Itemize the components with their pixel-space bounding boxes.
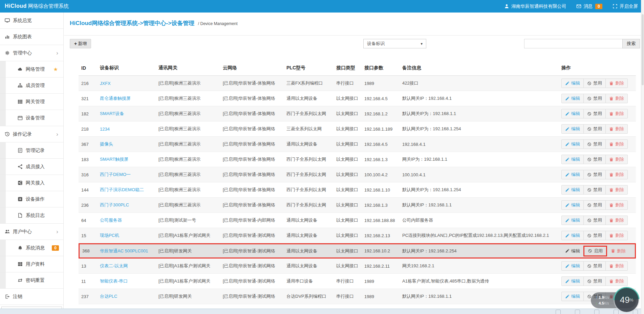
edit-button[interactable]: 编辑 (562, 155, 583, 164)
taskbar-icon[interactable] (594, 310, 599, 314)
device-link[interactable]: 西门子300PLC (100, 202, 129, 207)
delete-button[interactable]: 删除 (605, 79, 627, 88)
disable-button[interactable]: 禁用 (583, 155, 605, 164)
delete-button[interactable]: 删除 (605, 185, 627, 194)
sidebar-item-14[interactable]: 系统消息0 (0, 240, 63, 256)
search-button[interactable]: 搜索 (622, 39, 640, 48)
disable-button[interactable]: 禁用 (583, 231, 605, 240)
edit-button[interactable]: 编辑 (562, 292, 583, 301)
pencil-icon (565, 157, 570, 162)
edit-button[interactable]: 编辑 (562, 277, 583, 286)
sidebar-item-17[interactable]: 注销 (0, 289, 63, 305)
disable-button[interactable]: 禁用 (583, 170, 605, 179)
sidebar-item-12[interactable]: 系统日志 (0, 207, 63, 224)
disable-button[interactable]: 禁用 (583, 79, 605, 88)
delete-button[interactable]: 删除 (605, 216, 627, 225)
device-link[interactable]: SMART触摸屏 (100, 157, 128, 162)
edit-button[interactable]: 编辑 (562, 94, 583, 103)
sidebar-item-11[interactable]: 设备操作 (0, 191, 63, 207)
delete-button[interactable]: 删除 (605, 94, 627, 103)
delete-button[interactable]: 删除 (605, 277, 627, 286)
search-input[interactable] (524, 39, 622, 48)
delete-button[interactable]: 删除 (607, 247, 629, 255)
vertical-scrollbar[interactable] (641, 0, 644, 314)
sidebar-item-1[interactable]: 系统图表 (0, 29, 63, 45)
sidebar-item-3[interactable]: 网络管理★ (0, 61, 63, 77)
edit-button[interactable]: 编辑 (562, 140, 583, 149)
disable-button[interactable]: 禁用 (583, 125, 605, 133)
edit-button[interactable]: 编辑 (562, 231, 583, 240)
fullscreen-button[interactable]: 开启全屏 (613, 3, 638, 9)
download-arrow-icon: ↓ (596, 301, 598, 305)
table-row: 183SMART触摸屏[已启用]株洲三菱演示[已启用]华辰智通-体验网络西门子全… (79, 152, 636, 167)
sidebar-item-9[interactable]: 成员接入 (0, 159, 63, 175)
disable-button[interactable]: 禁用 (583, 140, 605, 149)
device-link[interactable]: SMART设备 (100, 111, 124, 116)
device-link[interactable]: 1234 (100, 127, 110, 132)
disable-button[interactable]: 禁用 (583, 201, 605, 209)
enable-button[interactable]: 启用 (583, 246, 607, 256)
device-link[interactable]: 现场PC机 (100, 233, 119, 238)
delete-button[interactable]: 删除 (605, 170, 627, 179)
taskbar-icon[interactable] (556, 310, 561, 314)
device-link[interactable]: 昆仑通泰触摸屏 (100, 96, 131, 101)
device-link[interactable]: 公司服务器 (100, 218, 122, 223)
edit-button[interactable]: 编辑 (562, 201, 583, 209)
disable-button[interactable]: 禁用 (583, 262, 605, 270)
add-device-button[interactable]: + 新增 (70, 39, 91, 48)
delete-button[interactable]: 删除 (605, 231, 627, 240)
sidebar-item-0[interactable]: 系统总览 (0, 13, 63, 29)
disable-button[interactable]: 禁用 (583, 94, 605, 103)
cell-network: [已启用]华辰智通-体验网络 (220, 137, 284, 152)
sidebar-item-13[interactable]: 用户中心› (0, 224, 63, 240)
device-filter-select[interactable]: 设备标识 ▾ (363, 39, 426, 48)
cell-actions: 编辑禁用删除 (559, 167, 636, 182)
sidebar-item-6[interactable]: 设备管理 (0, 110, 63, 126)
taskbar-icon[interactable] (575, 310, 580, 314)
edit-button[interactable]: 编辑 (562, 185, 583, 194)
sidebar-item-15[interactable]: 用户资料 (0, 256, 63, 272)
edit-button[interactable]: 编辑 (562, 125, 583, 133)
device-link[interactable]: 台达PLC (100, 294, 117, 299)
edit-button[interactable]: 编辑 (562, 262, 583, 270)
device-link[interactable]: 智能仪表-串口 (100, 278, 128, 284)
edit-button[interactable]: 编辑 (562, 216, 583, 225)
device-link[interactable]: JXFX (100, 81, 111, 86)
delete-button[interactable]: 删除 (605, 201, 627, 209)
sidebar-item-5[interactable]: 网关管理 (0, 94, 63, 110)
history-icon (5, 132, 10, 137)
cell-actions: 编辑启用删除 (559, 243, 636, 259)
taskbar-icon[interactable] (614, 310, 619, 314)
page-subtitle: / Device Management (198, 21, 238, 26)
device-link[interactable]: 摄像头 (100, 141, 113, 147)
disable-button[interactable]: 禁用 (583, 109, 605, 118)
delete-button[interactable]: 删除 (605, 262, 627, 270)
edit-button[interactable]: 编辑 (562, 170, 583, 179)
share-square-icon (18, 180, 23, 185)
scrollbar-thumb[interactable] (642, 14, 644, 85)
sidebar-item-4[interactable]: 成员管理 (0, 77, 63, 94)
device-link[interactable]: 华辰智通AC 500PLC001 (100, 248, 148, 253)
cell-name: 公司服务器 (97, 213, 156, 228)
sidebar-item-7[interactable]: 操作记录› (0, 126, 63, 142)
delete-button[interactable]: 删除 (605, 109, 627, 118)
sidebar-item-2[interactable]: 管理中心› (0, 45, 63, 61)
device-link[interactable]: 西门子演示DEMO箱二 (100, 187, 144, 192)
sidebar-item-16[interactable]: 密码重置 (0, 272, 63, 289)
share-icon (18, 164, 23, 169)
edit-button[interactable]: 编辑 (562, 247, 583, 255)
sidebar-item-8[interactable]: 管理记录 (0, 142, 63, 159)
messages-button[interactable]: 消息 0 (576, 3, 602, 9)
disable-button[interactable]: 禁用 (583, 185, 605, 194)
disable-button[interactable]: 禁用 (583, 216, 605, 225)
device-link[interactable]: 仪表二-以太网 (100, 263, 128, 268)
device-link[interactable]: 西门子DEMO一 (100, 172, 131, 177)
delete-button[interactable]: 删除 (605, 125, 627, 133)
delete-button[interactable]: 删除 (605, 155, 627, 164)
edit-button[interactable]: 编辑 (562, 79, 583, 88)
disable-button[interactable]: 禁用 (583, 277, 605, 286)
edit-button[interactable]: 编辑 (562, 109, 583, 118)
company-account[interactable]: 湖南华辰智通科技有限公司 (504, 3, 566, 9)
sidebar-item-10[interactable]: 网关接入 (0, 175, 63, 191)
delete-button[interactable]: 删除 (605, 140, 627, 149)
